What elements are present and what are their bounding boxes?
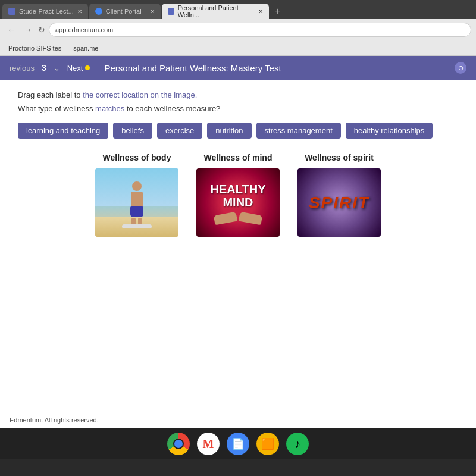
taskbar-gmail-icon[interactable]: M (197, 433, 220, 455)
wellness-body-image[interactable] (95, 168, 178, 237)
spirit-text: SPIRIT (309, 193, 369, 212)
back-button[interactable]: ← (5, 24, 18, 36)
wellness-sections: Wellness of body (18, 153, 458, 237)
tab-2-label: Client Portal (106, 8, 142, 15)
instruction-line1: Drag each label to the correct location … (18, 90, 458, 99)
address-text: app.edmentum.com (55, 26, 113, 33)
docs-icon: 📄 (231, 437, 245, 450)
tab-bar: Stude-Pract-Lect... ✕ Client Portal ✕ Pe… (0, 0, 476, 19)
tab-3-favicon (168, 8, 174, 15)
highlight-matches: matches (95, 104, 124, 113)
next-button[interactable]: Next (67, 64, 90, 73)
next-label: Next (67, 64, 83, 73)
tab-3-label: Personal and Patient Welln... (178, 4, 255, 18)
taskbar-spotify-icon[interactable]: ♪ (286, 433, 309, 455)
prev-button[interactable]: revious (10, 64, 35, 73)
labels-container: learning and teaching beliefs exercise n… (18, 123, 458, 139)
tab-1-favicon (8, 8, 15, 15)
taskbar-docs-icon[interactable]: 📄 (227, 433, 249, 455)
address-bar[interactable]: app.edmentum.com (49, 23, 471, 37)
healthy-mind-text: HEALTHYMIND (211, 183, 266, 209)
tab-3[interactable]: Personal and Patient Welln... ✕ (162, 4, 269, 19)
wellness-mind-column: Wellness of mind HEALTHYMIND (193, 153, 283, 237)
wellness-mind-title: Wellness of mind (204, 153, 273, 162)
forward-button[interactable]: → (21, 24, 35, 36)
quiz-title: Personal and Patient Wellness: Mastery T… (104, 63, 281, 73)
quiz-corner-icon[interactable]: ⊙ (455, 62, 466, 74)
slides-icon: 🟧 (261, 437, 274, 450)
label-nutrition[interactable]: nutrition (207, 123, 251, 139)
tab-1[interactable]: Stude-Pract-Lect... ✕ (2, 4, 88, 19)
label-stress-management[interactable]: stress management (256, 123, 341, 139)
question-counter: 3 (42, 63, 46, 73)
bookmarks-bar: Proctorio SIFS tes span.me (0, 40, 476, 56)
taskbar: M 📄 🟧 ♪ (0, 428, 476, 459)
label-exercise[interactable]: exercise (157, 123, 202, 139)
wellness-body-title: Wellness of body (103, 153, 171, 162)
counter-chevron: ⌄ (54, 64, 60, 73)
next-dot-icon (85, 65, 90, 70)
taskbar-slides-icon[interactable]: 🟧 (256, 433, 279, 455)
spotify-icon: ♪ (295, 437, 300, 451)
wellness-spirit-title: Wellness of spirit (305, 153, 374, 162)
quiz-nav-bar: revious 3 ⌄ Next Personal and Patient We… (0, 56, 476, 80)
bookmark-1[interactable]: Proctorio SIFS tes (5, 43, 65, 53)
new-tab-button[interactable]: + (270, 4, 286, 19)
browser-frame: Stude-Pract-Lect... ✕ Client Portal ✕ Pe… (0, 0, 476, 476)
laptop-bottom-bar (0, 459, 476, 476)
tab-2[interactable]: Client Portal ✕ (89, 4, 161, 19)
label-learning-and-teaching[interactable]: learning and teaching (18, 123, 108, 139)
tab-1-close[interactable]: ✕ (77, 8, 82, 15)
tab-2-favicon (95, 8, 102, 15)
highlight-correct: the correct location on the image. (83, 90, 197, 99)
nav-bar: ← → ↻ app.edmentum.com (0, 19, 476, 40)
wellness-body-column: Wellness of body (92, 153, 181, 237)
tab-3-close[interactable]: ✕ (258, 8, 263, 15)
taskbar-chrome-icon[interactable] (167, 433, 190, 455)
label-beliefs[interactable]: beliefs (113, 123, 152, 139)
tab-2-close[interactable]: ✕ (150, 8, 155, 15)
footer-bar: Edmentum. All rights reserved. (0, 411, 476, 428)
refresh-button[interactable]: ↻ (38, 25, 45, 35)
content-area: Drag each label to the correct location … (0, 80, 476, 411)
label-healthy-relationships[interactable]: healthy relationships (346, 123, 433, 139)
wellness-spirit-image[interactable]: SPIRIT (298, 168, 381, 237)
tab-1-label: Stude-Pract-Lect... (19, 8, 74, 15)
instruction-line2: What type of wellness matches to each we… (18, 104, 458, 113)
bookmark-2[interactable]: span.me (70, 43, 102, 53)
wellness-spirit-column: Wellness of spirit SPIRIT (295, 153, 384, 237)
footer-text: Edmentum. All rights reserved. (10, 416, 99, 424)
wellness-mind-image[interactable]: HEALTHYMIND (196, 168, 280, 237)
gmail-m-icon: M (203, 437, 214, 451)
